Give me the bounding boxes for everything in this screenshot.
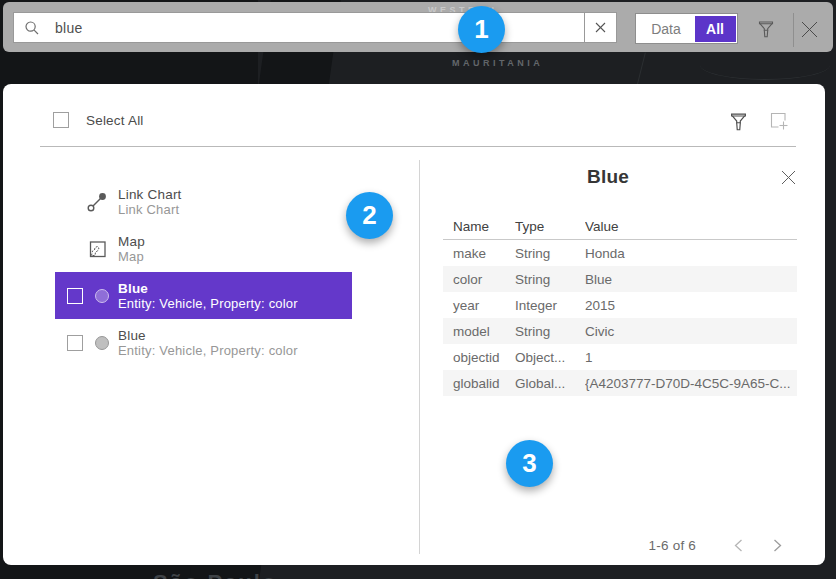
list-item-title: Link Chart	[118, 187, 182, 202]
clear-search-icon	[595, 22, 606, 33]
list-item-texts: Blue Entity: Vehicle, Property: color	[118, 281, 298, 311]
cell-value: Honda	[585, 246, 797, 261]
select-all-checkbox[interactable]	[53, 112, 69, 128]
select-all-label: Select All	[86, 113, 144, 128]
cell-type: String	[515, 324, 585, 339]
list-item-texts: Blue Entity: Vehicle, Property: color	[118, 328, 298, 358]
attribute-table-header: Name Type Value	[443, 214, 797, 240]
cell-type: Integer	[515, 298, 585, 313]
map-label-sao-paulo: São Paulo	[153, 570, 277, 579]
map-label-mauritania: MAURITANIA	[452, 58, 543, 68]
list-item-title: Map	[118, 234, 145, 249]
list-item-subtitle: Entity: Vehicle, Property: color	[118, 343, 298, 358]
list-item-texts: Link Chart Link Chart	[118, 187, 182, 217]
cell-value: Civic	[585, 324, 797, 339]
list-item-blue[interactable]: Blue Entity: Vehicle, Property: color	[55, 319, 352, 366]
cell-name: make	[443, 246, 515, 261]
filter-icon	[758, 21, 774, 38]
list-item-subtitle: Link Chart	[118, 202, 182, 217]
callout-1: 1	[458, 6, 505, 53]
list-item-blue-selected[interactable]: Blue Entity: Vehicle, Property: color	[55, 272, 352, 319]
search-results-panel: Select All	[3, 84, 825, 565]
select-all-row: Select All	[53, 112, 144, 128]
list-item-subtitle: Entity: Vehicle, Property: color	[118, 296, 298, 311]
search-close-button[interactable]	[801, 21, 818, 38]
pagination: 1-6 of 6	[649, 538, 782, 553]
clear-search-button[interactable]	[584, 13, 616, 42]
toolbar-divider	[793, 13, 794, 47]
table-row[interactable]: year Integer 2015	[443, 292, 797, 318]
cell-name: objectid	[443, 350, 515, 365]
entity-circle-icon	[95, 289, 109, 303]
list-item-link-chart[interactable]: Link Chart Link Chart	[55, 178, 352, 225]
list-item-title: Blue	[118, 328, 298, 343]
callout-2: 2	[346, 192, 393, 239]
close-icon	[801, 21, 818, 38]
callout-3: 3	[506, 440, 553, 487]
cell-value: Blue	[585, 272, 797, 287]
detail-close-button[interactable]	[781, 170, 796, 185]
cell-type: String	[515, 272, 585, 287]
table-row[interactable]: model String Civic	[443, 318, 797, 344]
toolbar-filter-button[interactable]	[758, 21, 774, 38]
list-item-map[interactable]: Map Map	[55, 225, 352, 272]
pagination-prev-button[interactable]	[734, 539, 743, 552]
toggle-option-all[interactable]: All	[695, 16, 736, 42]
link-chart-icon	[86, 191, 108, 213]
detail-panel: Blue Name Type Value make String	[420, 84, 796, 565]
table-row[interactable]: globalid Global... {A4203777-D70D-4C5C-9…	[443, 370, 797, 396]
entity-circle-icon	[95, 336, 109, 350]
list-item-title: Blue	[118, 281, 298, 296]
pagination-label: 1-6 of 6	[649, 538, 696, 553]
toggle-option-data[interactable]: Data	[638, 16, 695, 42]
detail-title: Blue	[420, 166, 796, 188]
header-type: Type	[515, 219, 585, 234]
search-toolbar: WESTERN blue	[3, 2, 833, 52]
cell-value: 2015	[585, 298, 797, 313]
chevron-left-icon	[734, 539, 743, 552]
map-boundary-line	[700, 50, 830, 80]
cell-type: String	[515, 246, 585, 261]
result-list: Link Chart Link Chart Map Map	[55, 178, 352, 366]
cell-type: Object...	[515, 350, 585, 365]
list-item-subtitle: Map	[118, 249, 145, 264]
attribute-table: Name Type Value make String Honda color …	[443, 214, 797, 396]
header-name: Name	[443, 219, 515, 234]
cell-type: Global...	[515, 376, 585, 391]
list-item-checkbox[interactable]	[67, 288, 83, 304]
cell-value: {A4203777-D70D-4C5C-9A65-C...	[585, 376, 797, 391]
table-row[interactable]: make String Honda	[443, 240, 797, 266]
search-value: blue	[46, 20, 83, 36]
cell-value: 1	[585, 350, 797, 365]
list-item-texts: Map Map	[118, 234, 145, 264]
close-icon	[781, 170, 796, 185]
screenshot-root: MAURITANIA São Paulo WESTERN blue	[0, 0, 836, 579]
cell-name: model	[443, 324, 515, 339]
header-value: Value	[585, 219, 797, 234]
cell-name: color	[443, 272, 515, 287]
pagination-next-button[interactable]	[773, 539, 782, 552]
cell-name: year	[443, 298, 515, 313]
table-row[interactable]: color String Blue	[443, 266, 797, 292]
search-icon	[24, 20, 46, 35]
chevron-right-icon	[773, 539, 782, 552]
list-item-checkbox[interactable]	[67, 335, 83, 351]
map-icon	[86, 238, 108, 260]
search-box[interactable]: blue	[13, 12, 617, 43]
table-row[interactable]: objectid Object... 1	[443, 344, 797, 370]
cell-name: globalid	[443, 376, 515, 391]
search-scope-toggle: Data All	[635, 13, 738, 44]
